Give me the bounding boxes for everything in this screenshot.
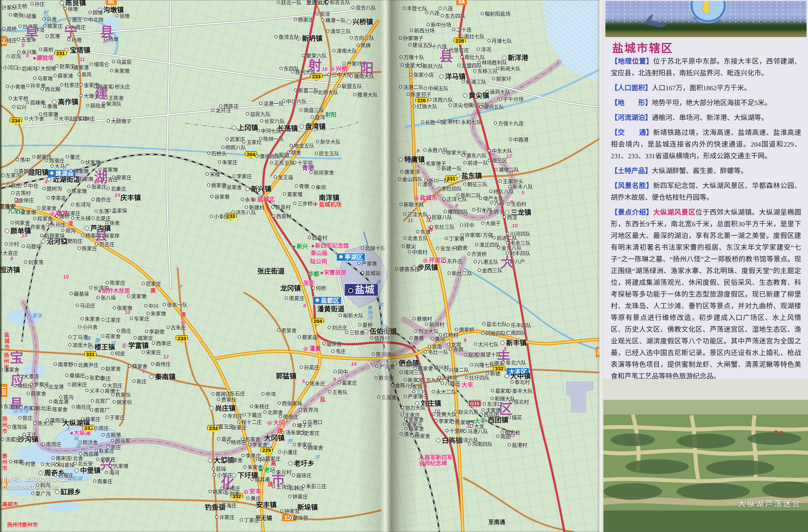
map-label: 十字坝 (293, 160, 313, 166)
photo-caption: 大纵湖芦荡迷宫 (738, 498, 801, 509)
map-label: 大转弯 (438, 375, 457, 381)
map-label: 洋尖七队 (449, 103, 473, 108)
map-label: 串场河 (366, 305, 372, 321)
map-label: 颜宋庄 (68, 382, 87, 387)
map-label: 界牌 (356, 43, 371, 48)
map-label: 小兴舍 (78, 324, 98, 330)
map-label: 盐城站 (361, 270, 381, 276)
map-label: 庙徐舍 (322, 341, 342, 347)
map-label: 中湾 (261, 392, 276, 397)
map-label: 中河七队 (257, 128, 281, 134)
map-label: 阜北六队 (502, 360, 526, 365)
map-label: 何皮 (111, 351, 125, 356)
map-label: 徐舍 (106, 220, 120, 226)
map-label: 夏桥 (359, 322, 373, 328)
map-label: 戚家庄 (133, 336, 153, 341)
map-label: 南三区 (488, 158, 507, 164)
map-label: 8 (463, 338, 466, 343)
map-label: 海河 (105, 470, 120, 475)
map-label: 南莘野 (54, 362, 73, 367)
map-label: 六连 (425, 10, 440, 16)
map-label: 张家墩 (113, 305, 132, 311)
map-label: 津南大队 (332, 48, 357, 54)
map-label: 薛家舍 (26, 391, 46, 396)
map-label: 中堡镇 (74, 467, 100, 474)
map-label: 后顾家垛 (40, 233, 65, 239)
map-label: 柴坝 (312, 185, 326, 190)
map-label: 中沙六队 (282, 99, 307, 104)
map-label: 窑湾 (464, 352, 478, 358)
map-label: 老吴舍 (277, 328, 297, 333)
map-label: 落驾垛 (7, 424, 27, 430)
map-label: 朱家舍 (80, 316, 100, 322)
map-label: 东滩 (416, 229, 430, 235)
map-label: 丁家墩 (445, 236, 464, 242)
map-label: 刘迁庄 (328, 325, 347, 330)
map-label: 严家墩子 (404, 394, 428, 399)
map-label: 北陵十队 (361, 246, 386, 251)
map-label: 恒北村 (510, 399, 529, 405)
map-label: 新滩三队 (462, 79, 486, 84)
atlas-page: 盐城亭湖区盐都区建湖县大丰区阜宁县建湖县射阳县宝应县兴化市大丰区陈良镇沟墩镇宝塔… (0, 0, 808, 532)
map-label: 南盘三队 (299, 108, 324, 113)
map-label: 正东五队 (270, 160, 295, 166)
map-label: 李家庄 (233, 174, 252, 179)
map-label: 车家庄 (130, 316, 149, 322)
map-label: 宝塔镇 (64, 47, 90, 54)
map-label: 沟南四队 (468, 441, 493, 447)
map-label: 老圩乡 (288, 460, 314, 467)
map-label: 小潘庄 (278, 450, 298, 455)
map-label: 三步桥 (293, 201, 313, 206)
map-label: 沙村 (5, 242, 19, 247)
info-sections: 【地理位置】位于苏北平原中东部。东接大丰区，西邻建湖、宝应县，北连射阳县，南抵兴… (611, 56, 801, 385)
map-label: 新华大队 (316, 139, 341, 145)
map-label: 至连云港 (306, 0, 329, 5)
map-label: 殷家舍 (404, 426, 424, 432)
info-section: 【土特产品】大纵湖醉蟹、酱生姜、醉螺等。 (611, 165, 801, 177)
map-label: 3 (122, 343, 125, 348)
map-label: 新四军纪念馆 (312, 243, 349, 249)
map-label: 杨家湾 (81, 233, 101, 238)
map-label: 繁荣六队 (302, 53, 327, 59)
map-label: 东方四队 (441, 14, 465, 19)
map-label: 联盟五队 (337, 84, 362, 89)
map-label: 洋西六队 (428, 97, 453, 103)
map-label: 新富二队 (294, 88, 319, 93)
map-label: 潮墩二队 (495, 167, 519, 172)
map-label: 马舍 (42, 17, 57, 22)
map-label: 大倪墩 (36, 66, 56, 71)
map-label: 兴桥 (330, 65, 348, 73)
map-label: 南乔庄 (92, 197, 111, 203)
map-label: 石榴庄 (54, 473, 73, 478)
map-label: 南官厂 (90, 407, 110, 413)
map-label: 林场胜利队 (477, 60, 507, 65)
map-label: 唐庄 (68, 17, 82, 22)
map-label: G15 (469, 400, 481, 407)
map-label: 跃北一队 (277, 0, 302, 5)
map-label: 大周庄 (66, 25, 86, 30)
map-label: 正洋七队 (443, 196, 467, 202)
map-label: 红旗大队 (413, 104, 438, 109)
map-label: 盘湾镇 (299, 123, 326, 130)
map-label: 曙阳四队 (444, 209, 469, 215)
map-label: 19 (93, 179, 99, 185)
map-label: 新庄 (97, 376, 111, 381)
map-label: 229 (260, 447, 273, 454)
map-label: 蒲周庄 (45, 418, 65, 423)
map-label: 学富镇 (122, 342, 149, 349)
map-label: 韦灶一队 (424, 349, 448, 355)
map-label: 9 (455, 203, 458, 208)
map-label: 新兴 (291, 243, 308, 249)
map-label: 李家舍 (248, 442, 268, 448)
map-label: 于家庄 (106, 415, 125, 420)
map-label: 张庄街道 (257, 268, 284, 275)
map-label: 严家舍 (375, 364, 395, 369)
map-label: 安丰 (243, 488, 261, 495)
map-label: 南灶七队 (460, 34, 485, 39)
map-label: 新联大队 (400, 202, 424, 207)
info-section: 【景点介绍】大纵湖风景区位于西郊大纵湖镇。大纵湖呈椭圆形，东西长9千米，南北宽6… (611, 207, 801, 382)
map-label: 程十二庄 (237, 420, 262, 425)
map-label: 官界沟 (299, 407, 318, 413)
map-label: 唐桥 (55, 214, 70, 219)
map-label: 高凤 (77, 72, 92, 77)
